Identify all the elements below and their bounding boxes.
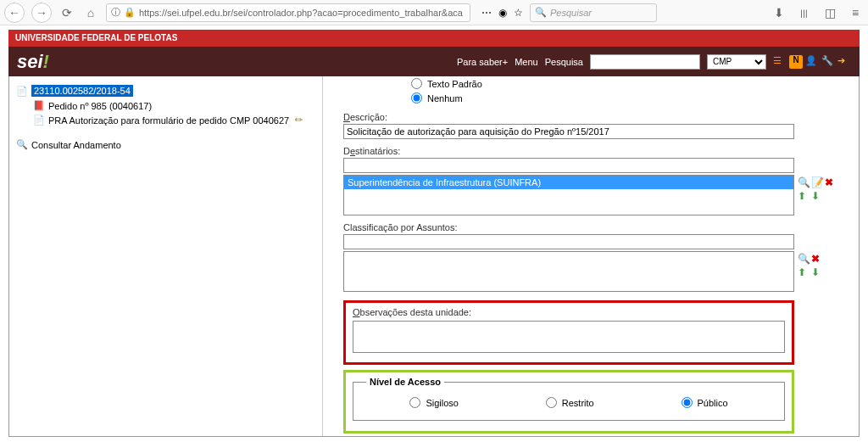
restrito-option[interactable]: Restrito xyxy=(546,395,594,410)
more-icon[interactable]: ⋯ xyxy=(481,7,492,19)
observacoes-label: Observações desta unidade: xyxy=(353,307,785,317)
down-class-icon[interactable]: ⬇ xyxy=(811,266,823,278)
nivel-legend: Nível de Acesso xyxy=(366,377,444,387)
search-dest-icon[interactable]: 🔍 xyxy=(798,176,810,188)
url-text: https://sei.ufpel.edu.br/sei/controlador… xyxy=(139,8,463,18)
sigiloso-option[interactable]: Sigiloso xyxy=(409,395,459,410)
sei-header: sei! Para saber+ Menu Pesquisa CMP ☰ N 👤… xyxy=(8,47,860,76)
sei-logo: sei! xyxy=(17,51,49,73)
menu-link[interactable]: Menu xyxy=(515,57,538,67)
user-icon[interactable]: 👤 xyxy=(805,55,819,69)
tree-doc2[interactable]: 📄 PRA Autorização para formulário de ped… xyxy=(33,113,315,127)
tree-process[interactable]: 📄 23110.002582/2018-54 xyxy=(16,83,315,98)
destinatarios-label: Destinatários: xyxy=(343,146,849,156)
download-icon[interactable]: ⬇ xyxy=(771,4,787,21)
restrito-label: Restrito xyxy=(562,398,594,408)
page-container: UNIVERSIDADE FEDERAL DE PELOTAS sei! Par… xyxy=(0,25,868,442)
tree-doc1[interactable]: 📕 Pedido nº 985 (0040617) xyxy=(33,98,315,113)
back-button[interactable]: ← xyxy=(4,3,25,23)
remove-class-icon[interactable]: ✖ xyxy=(811,253,823,265)
search-small-icon: 🔍 xyxy=(16,139,28,150)
browser-toolbar: ← → ⟳ ⌂ ⓘ 🔒 https://sei.ufpel.edu.br/sei… xyxy=(0,0,868,25)
sei-nav: Para saber+ Menu Pesquisa CMP ☰ N 👤 🔧 ➔ xyxy=(457,54,851,70)
observacoes-textarea[interactable] xyxy=(353,321,785,353)
exit-icon[interactable]: ➔ xyxy=(837,55,851,69)
destinatario-item[interactable]: Superintendência de Infraestrutura (SUIN… xyxy=(344,176,793,189)
remove-dest-icon[interactable]: ✖ xyxy=(825,176,837,188)
destinatarios-input[interactable] xyxy=(343,158,794,173)
observacoes-box: Observações desta unidade: xyxy=(343,300,794,365)
nenhum-radio[interactable] xyxy=(411,92,422,104)
sigiloso-label: Sigiloso xyxy=(426,398,459,408)
folder-icon: 📄 xyxy=(16,86,28,97)
url-extras: ⋯ ◉ ☆ xyxy=(481,7,523,19)
doc1-link[interactable]: Pedido nº 985 (0040617) xyxy=(48,101,152,111)
info-icon: ⓘ xyxy=(111,6,120,19)
main-content: 📄 23110.002582/2018-54 📕 Pedido nº 985 (… xyxy=(8,76,860,437)
consultar-label: Consultar Andamento xyxy=(31,140,121,150)
restrito-radio[interactable] xyxy=(546,397,557,408)
star-icon[interactable]: ☆ xyxy=(514,7,523,19)
list-icon[interactable]: ☰ xyxy=(773,55,787,69)
edit-dest-icon[interactable]: 📝 xyxy=(811,176,823,188)
reload-icon[interactable]: ⟳ xyxy=(58,4,75,21)
classificacao-list[interactable] xyxy=(343,251,794,292)
nenhum-label: Nenhum xyxy=(427,93,463,104)
menu-icon[interactable]: ≡ xyxy=(847,4,864,21)
para-saber-link[interactable]: Para saber+ xyxy=(457,57,508,67)
search-placeholder: Pesquisar xyxy=(550,8,592,18)
publico-label: Público xyxy=(698,398,728,408)
doc2-link[interactable]: PRA Autorização para formulário de pedid… xyxy=(48,115,289,126)
forward-button[interactable]: → xyxy=(31,3,52,23)
search-icon: 🔍 xyxy=(535,7,547,18)
consultar-andamento[interactable]: 🔍 Consultar Andamento xyxy=(16,139,315,150)
nivel-acesso-box: Nível de Acesso Sigiloso Restrito Públic… xyxy=(343,370,794,434)
descricao-input[interactable] xyxy=(343,124,794,139)
descricao-label: Descrição: xyxy=(343,112,849,122)
url-bar[interactable]: ⓘ 🔒 https://sei.ufpel.edu.br/sei/control… xyxy=(106,3,470,22)
lock-icon: 🔒 xyxy=(124,7,136,18)
up-class-icon[interactable]: ⬆ xyxy=(798,266,810,278)
texto-inicial-group: Texto Padrão Nenhum xyxy=(411,76,849,105)
browser-search[interactable]: 🔍 Pesquisar xyxy=(530,3,657,22)
destinatarios-list[interactable]: Superintendência de Infraestrutura (SUIN… xyxy=(343,175,794,215)
up-dest-icon[interactable]: ⬆ xyxy=(798,190,810,202)
texto-padrao-radio[interactable] xyxy=(411,78,422,89)
config-icon[interactable]: 🔧 xyxy=(821,55,835,69)
pesquisa-label: Pesquisa xyxy=(545,57,583,67)
texto-padrao-label: Texto Padrão xyxy=(427,79,482,89)
sidebar-icon[interactable]: ◫ xyxy=(821,4,838,21)
doc-icon: 📄 xyxy=(33,115,45,126)
classificacao-label: Classificação por Assuntos: xyxy=(343,222,849,232)
search-class-icon[interactable]: 🔍 xyxy=(798,253,810,265)
novo-icon[interactable]: N xyxy=(789,55,803,69)
nivel-fieldset: Nível de Acesso Sigiloso Restrito Públic… xyxy=(353,377,785,421)
unit-select[interactable]: CMP xyxy=(707,54,766,70)
library-icon[interactable]: ⫼ xyxy=(796,4,813,21)
publico-option[interactable]: Público xyxy=(682,395,728,410)
pesquisa-input[interactable] xyxy=(590,54,700,70)
process-link[interactable]: 23110.002582/2018-54 xyxy=(31,85,133,97)
university-bar: UNIVERSIDADE FEDERAL DE PELOTAS xyxy=(8,30,860,47)
sidebar: 📄 23110.002582/2018-54 📕 Pedido nº 985 (… xyxy=(9,76,323,436)
down-dest-icon[interactable]: ⬇ xyxy=(811,190,823,202)
reader-icon[interactable]: ◉ xyxy=(498,7,507,19)
edit-icon[interactable]: ✏ xyxy=(295,115,303,126)
pdf-icon: 📕 xyxy=(33,100,45,111)
home-icon[interactable]: ⌂ xyxy=(82,4,99,21)
classificacao-input[interactable] xyxy=(343,234,794,249)
content-area: Texto Padrão Nenhum Descrição: Destinatá… xyxy=(323,76,859,436)
publico-radio[interactable] xyxy=(682,397,693,408)
sigiloso-radio[interactable] xyxy=(409,397,420,408)
